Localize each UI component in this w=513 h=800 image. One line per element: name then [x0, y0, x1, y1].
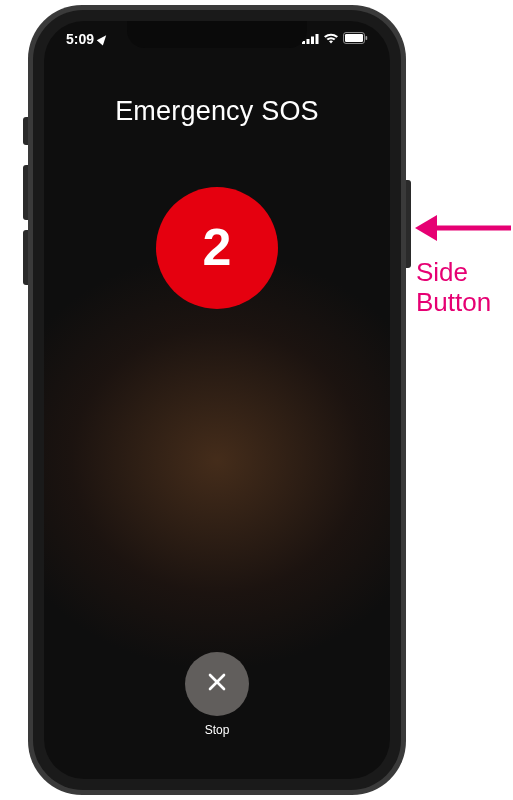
svg-marker-10: [415, 215, 437, 241]
countdown-circle: 2: [156, 187, 278, 309]
volume-down-button[interactable]: [23, 230, 28, 285]
annotation-line-1: Side: [416, 257, 468, 287]
annotation-line-2: Button: [416, 287, 491, 317]
svg-rect-5: [345, 34, 363, 42]
battery-icon: [343, 31, 368, 47]
stop-button[interactable]: [185, 652, 249, 716]
svg-rect-3: [316, 34, 319, 44]
phone-bezel: 5:09: [33, 10, 401, 790]
close-icon: [205, 670, 229, 698]
status-time: 5:09: [66, 31, 94, 47]
silent-switch[interactable]: [23, 117, 28, 145]
location-icon: [97, 33, 110, 46]
stop-label: Stop: [205, 723, 230, 737]
screen: 5:09: [44, 21, 390, 779]
svg-rect-2: [311, 37, 314, 45]
svg-rect-6: [366, 36, 368, 40]
stop-group: Stop: [185, 652, 249, 737]
notch: [127, 21, 307, 48]
arrow-icon: [415, 205, 511, 255]
annotation-label: Side Button: [416, 258, 491, 318]
phone-frame: 5:09: [28, 5, 406, 795]
wifi-icon: [323, 31, 339, 47]
side-button[interactable]: [406, 180, 411, 268]
svg-rect-1: [307, 39, 310, 44]
page-title: Emergency SOS: [44, 96, 390, 127]
countdown-number: 2: [203, 217, 232, 277]
volume-up-button[interactable]: [23, 165, 28, 220]
